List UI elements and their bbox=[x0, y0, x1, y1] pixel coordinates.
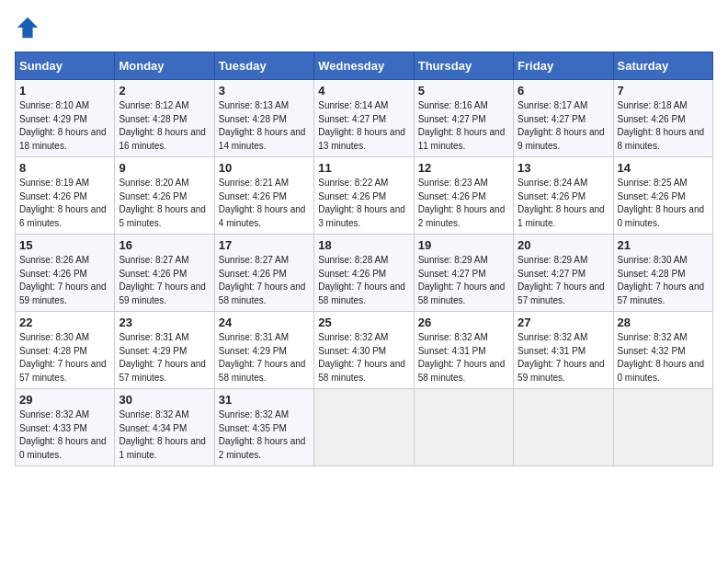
day-info: Sunrise: 8:27 AMSunset: 4:26 PMDaylight:… bbox=[219, 254, 310, 307]
week-row-1: 1 Sunrise: 8:10 AMSunset: 4:29 PMDayligh… bbox=[16, 80, 713, 157]
day-number: 17 bbox=[219, 238, 310, 252]
day-info: Sunrise: 8:31 AMSunset: 4:29 PMDaylight:… bbox=[119, 331, 210, 385]
day-cell: 20 Sunrise: 8:29 AMSunset: 4:27 PMDaylig… bbox=[514, 235, 613, 312]
day-cell: 9 Sunrise: 8:20 AMSunset: 4:26 PMDayligh… bbox=[115, 157, 214, 235]
day-number: 24 bbox=[219, 316, 310, 329]
day-info: Sunrise: 8:28 AMSunset: 4:26 PMDaylight:… bbox=[318, 254, 409, 307]
day-number: 8 bbox=[19, 161, 110, 175]
day-info: Sunrise: 8:17 AMSunset: 4:27 PMDaylight:… bbox=[518, 99, 609, 153]
day-cell: 11 Sunrise: 8:22 AMSunset: 4:26 PMDaylig… bbox=[314, 157, 414, 235]
day-number: 23 bbox=[119, 316, 210, 329]
day-cell: 27 Sunrise: 8:32 AMSunset: 4:31 PMDaylig… bbox=[514, 312, 613, 389]
day-number: 12 bbox=[418, 161, 509, 175]
week-row-4: 22 Sunrise: 8:30 AMSunset: 4:28 PMDaylig… bbox=[16, 312, 713, 389]
col-header-thursday: Thursday bbox=[414, 52, 513, 80]
day-number: 22 bbox=[19, 316, 110, 329]
day-cell: 28 Sunrise: 8:32 AMSunset: 4:32 PMDaylig… bbox=[613, 312, 712, 389]
day-info: Sunrise: 8:32 AMSunset: 4:33 PMDaylight:… bbox=[19, 408, 110, 462]
day-cell: 14 Sunrise: 8:25 AMSunset: 4:26 PMDaylig… bbox=[613, 157, 712, 235]
day-cell: 23 Sunrise: 8:31 AMSunset: 4:29 PMDaylig… bbox=[115, 312, 214, 389]
day-info: Sunrise: 8:19 AMSunset: 4:26 PMDaylight:… bbox=[19, 177, 110, 230]
day-cell: 24 Sunrise: 8:31 AMSunset: 4:29 PMDaylig… bbox=[214, 312, 313, 389]
day-info: Sunrise: 8:21 AMSunset: 4:26 PMDaylight:… bbox=[219, 177, 310, 230]
day-cell: 13 Sunrise: 8:24 AMSunset: 4:26 PMDaylig… bbox=[514, 157, 613, 235]
day-info: Sunrise: 8:32 AMSunset: 4:31 PMDaylight:… bbox=[418, 331, 509, 385]
week-row-2: 8 Sunrise: 8:19 AMSunset: 4:26 PMDayligh… bbox=[16, 157, 713, 235]
day-number: 3 bbox=[219, 84, 310, 98]
day-number: 14 bbox=[618, 161, 709, 175]
day-cell: 18 Sunrise: 8:28 AMSunset: 4:26 PMDaylig… bbox=[314, 235, 414, 312]
col-header-wednesday: Wednesday bbox=[314, 52, 414, 80]
day-cell bbox=[514, 389, 613, 466]
day-cell: 8 Sunrise: 8:19 AMSunset: 4:26 PMDayligh… bbox=[16, 157, 115, 235]
day-info: Sunrise: 8:23 AMSunset: 4:26 PMDaylight:… bbox=[418, 177, 509, 230]
day-number: 25 bbox=[318, 316, 409, 329]
day-number: 7 bbox=[618, 84, 709, 98]
col-header-friday: Friday bbox=[514, 52, 613, 80]
day-cell: 29 Sunrise: 8:32 AMSunset: 4:33 PMDaylig… bbox=[16, 389, 115, 466]
day-info: Sunrise: 8:32 AMSunset: 4:30 PMDaylight:… bbox=[318, 331, 409, 385]
day-number: 15 bbox=[19, 238, 110, 252]
day-cell: 19 Sunrise: 8:29 AMSunset: 4:27 PMDaylig… bbox=[414, 235, 513, 312]
day-cell: 10 Sunrise: 8:21 AMSunset: 4:26 PMDaylig… bbox=[214, 157, 313, 235]
day-info: Sunrise: 8:32 AMSunset: 4:35 PMDaylight:… bbox=[219, 408, 310, 462]
day-cell: 5 Sunrise: 8:16 AMSunset: 4:27 PMDayligh… bbox=[414, 80, 513, 157]
day-number: 10 bbox=[219, 161, 310, 175]
day-info: Sunrise: 8:13 AMSunset: 4:28 PMDaylight:… bbox=[219, 99, 310, 153]
day-number: 18 bbox=[318, 238, 409, 252]
calendar-table: SundayMondayTuesdayWednesdayThursdayFrid… bbox=[15, 52, 713, 466]
day-cell: 31 Sunrise: 8:32 AMSunset: 4:35 PMDaylig… bbox=[214, 389, 313, 466]
day-cell: 16 Sunrise: 8:27 AMSunset: 4:26 PMDaylig… bbox=[115, 235, 214, 312]
day-number: 6 bbox=[518, 84, 609, 98]
day-info: Sunrise: 8:25 AMSunset: 4:26 PMDaylight:… bbox=[618, 177, 709, 230]
week-row-5: 29 Sunrise: 8:32 AMSunset: 4:33 PMDaylig… bbox=[16, 389, 713, 466]
day-number: 4 bbox=[318, 84, 409, 98]
logo bbox=[15, 15, 44, 40]
day-info: Sunrise: 8:12 AMSunset: 4:28 PMDaylight:… bbox=[119, 99, 210, 153]
day-number: 27 bbox=[518, 316, 609, 329]
day-number: 29 bbox=[19, 393, 110, 407]
day-info: Sunrise: 8:32 AMSunset: 4:34 PMDaylight:… bbox=[119, 408, 210, 462]
col-header-sunday: Sunday bbox=[16, 52, 115, 80]
day-info: Sunrise: 8:30 AMSunset: 4:28 PMDaylight:… bbox=[19, 331, 110, 385]
day-cell: 21 Sunrise: 8:30 AMSunset: 4:28 PMDaylig… bbox=[613, 235, 712, 312]
day-info: Sunrise: 8:18 AMSunset: 4:26 PMDaylight:… bbox=[618, 99, 709, 153]
day-number: 9 bbox=[119, 161, 210, 175]
day-info: Sunrise: 8:32 AMSunset: 4:31 PMDaylight:… bbox=[518, 331, 609, 385]
day-cell: 26 Sunrise: 8:32 AMSunset: 4:31 PMDaylig… bbox=[414, 312, 513, 389]
day-cell bbox=[414, 389, 513, 466]
day-cell: 3 Sunrise: 8:13 AMSunset: 4:28 PMDayligh… bbox=[214, 80, 313, 157]
day-number: 20 bbox=[518, 238, 609, 252]
day-number: 21 bbox=[618, 238, 709, 252]
day-number: 31 bbox=[219, 393, 310, 407]
day-info: Sunrise: 8:14 AMSunset: 4:27 PMDaylight:… bbox=[318, 99, 409, 153]
page-header bbox=[15, 15, 713, 40]
day-cell: 6 Sunrise: 8:17 AMSunset: 4:27 PMDayligh… bbox=[514, 80, 613, 157]
day-number: 26 bbox=[418, 316, 509, 329]
day-info: Sunrise: 8:16 AMSunset: 4:27 PMDaylight:… bbox=[418, 99, 509, 153]
day-cell: 1 Sunrise: 8:10 AMSunset: 4:29 PMDayligh… bbox=[16, 80, 115, 157]
day-cell bbox=[613, 389, 712, 466]
day-info: Sunrise: 8:30 AMSunset: 4:28 PMDaylight:… bbox=[618, 254, 709, 307]
day-cell: 25 Sunrise: 8:32 AMSunset: 4:30 PMDaylig… bbox=[314, 312, 414, 389]
day-cell: 15 Sunrise: 8:26 AMSunset: 4:26 PMDaylig… bbox=[16, 235, 115, 312]
day-info: Sunrise: 8:24 AMSunset: 4:26 PMDaylight:… bbox=[518, 177, 609, 230]
col-header-tuesday: Tuesday bbox=[214, 52, 313, 80]
day-info: Sunrise: 8:10 AMSunset: 4:29 PMDaylight:… bbox=[19, 99, 110, 153]
day-cell bbox=[314, 389, 414, 466]
day-info: Sunrise: 8:29 AMSunset: 4:27 PMDaylight:… bbox=[518, 254, 609, 307]
day-info: Sunrise: 8:20 AMSunset: 4:26 PMDaylight:… bbox=[119, 177, 210, 230]
day-number: 30 bbox=[119, 393, 210, 407]
day-cell: 7 Sunrise: 8:18 AMSunset: 4:26 PMDayligh… bbox=[613, 80, 712, 157]
logo-icon bbox=[15, 15, 40, 40]
day-info: Sunrise: 8:26 AMSunset: 4:26 PMDaylight:… bbox=[19, 254, 110, 307]
week-row-3: 15 Sunrise: 8:26 AMSunset: 4:26 PMDaylig… bbox=[16, 235, 713, 312]
day-cell: 2 Sunrise: 8:12 AMSunset: 4:28 PMDayligh… bbox=[115, 80, 214, 157]
day-info: Sunrise: 8:22 AMSunset: 4:26 PMDaylight:… bbox=[318, 177, 409, 230]
day-number: 28 bbox=[618, 316, 709, 329]
col-header-saturday: Saturday bbox=[613, 52, 712, 80]
day-info: Sunrise: 8:31 AMSunset: 4:29 PMDaylight:… bbox=[219, 331, 310, 385]
day-cell: 12 Sunrise: 8:23 AMSunset: 4:26 PMDaylig… bbox=[414, 157, 513, 235]
day-info: Sunrise: 8:32 AMSunset: 4:32 PMDaylight:… bbox=[618, 331, 709, 385]
day-cell: 17 Sunrise: 8:27 AMSunset: 4:26 PMDaylig… bbox=[214, 235, 313, 312]
